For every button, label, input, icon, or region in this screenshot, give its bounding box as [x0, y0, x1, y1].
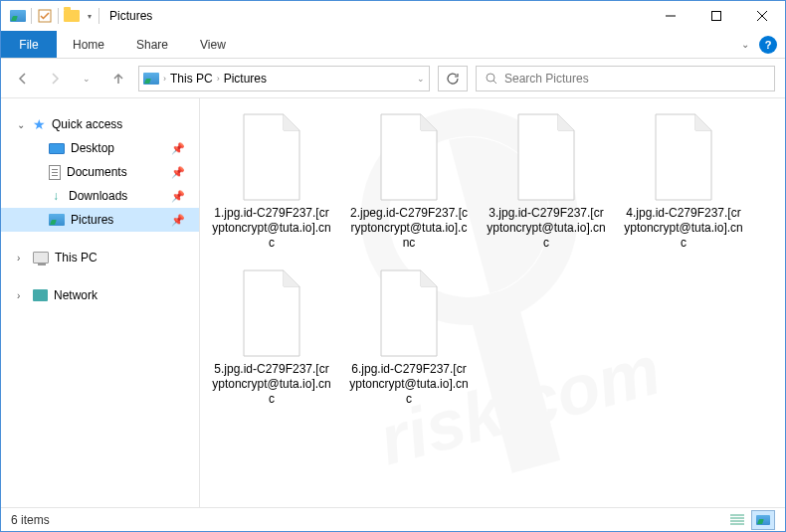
network-icon [33, 289, 48, 301]
tab-home[interactable]: Home [57, 31, 120, 58]
search-icon [485, 72, 498, 86]
pc-icon [33, 252, 49, 264]
tab-share[interactable]: Share [120, 31, 184, 58]
file-pane[interactable]: risk.com 1.jpg.id-C279F237.[cryptoncrypt… [200, 98, 785, 507]
breadcrumb-thispc[interactable]: This PC [170, 72, 213, 86]
file-item[interactable]: 3.jpg.id-C279F237.[cryptoncrypt@tuta.io]… [487, 112, 606, 251]
address-bar[interactable]: › This PC › Pictures ⌄ [138, 66, 430, 91]
folder-icon[interactable] [61, 5, 83, 27]
pin-icon: 📌 [171, 166, 185, 179]
chevron-down-icon[interactable]: ⌄ [17, 119, 27, 130]
properties-icon[interactable] [34, 5, 56, 27]
file-icon [373, 112, 445, 202]
separator [58, 8, 59, 24]
window-title: Pictures [109, 9, 152, 23]
sidebar-item-documents[interactable]: Documents 📌 [1, 160, 199, 184]
desktop-icon [49, 143, 65, 154]
qat-dropdown-icon[interactable]: ▾ [83, 5, 97, 27]
sidebar-network[interactable]: › Network [1, 283, 199, 307]
icons-view-button[interactable] [751, 510, 775, 530]
sidebar-label: Quick access [52, 117, 122, 131]
pictures-icon [49, 214, 65, 226]
forward-button[interactable] [43, 67, 67, 90]
separator [31, 8, 32, 24]
chevron-right-icon[interactable]: › [163, 74, 166, 84]
svg-point-2 [487, 74, 494, 82]
ribbon-expand-icon[interactable]: ⌄ [741, 39, 749, 50]
file-icon [236, 268, 307, 358]
status-count: 6 items [11, 513, 50, 527]
chevron-right-icon[interactable]: › [17, 253, 27, 264]
statusbar: 6 items [1, 507, 785, 531]
pin-icon: 📌 [171, 214, 185, 227]
file-item[interactable]: 6.jpg.id-C279F237.[cryptoncrypt@tuta.io]… [349, 268, 469, 407]
separator [98, 8, 99, 24]
pin-icon: 📌 [171, 190, 185, 203]
sidebar-quick-access[interactable]: ⌄ ★ Quick access [1, 112, 199, 136]
titlebar: ▾ Pictures [1, 1, 785, 31]
file-icon [648, 112, 719, 202]
search-input[interactable]: Search Pictures [476, 66, 775, 91]
sidebar-item-desktop[interactable]: Desktop 📌 [1, 136, 199, 160]
chevron-right-icon[interactable]: › [217, 74, 220, 84]
svg-rect-1 [712, 12, 721, 21]
location-icon [143, 73, 159, 85]
pin-icon: 📌 [171, 142, 185, 155]
tab-view[interactable]: View [184, 31, 242, 58]
sidebar-item-downloads[interactable]: ↓Downloads 📌 [1, 184, 199, 208]
sidebar: ⌄ ★ Quick access Desktop 📌 Documents 📌 ↓… [1, 98, 200, 507]
file-item[interactable]: 5.jpg.id-C279F237.[cryptoncrypt@tuta.io]… [212, 268, 331, 407]
file-icon [373, 268, 445, 358]
up-button[interactable] [106, 67, 130, 90]
minimize-button[interactable] [648, 1, 693, 31]
quick-access-toolbar: ▾ [7, 5, 101, 27]
close-button[interactable] [739, 1, 785, 31]
file-label: 6.jpg.id-C279F237.[cryptoncrypt@tuta.io]… [349, 362, 469, 407]
file-icon [236, 112, 307, 202]
file-icon [510, 112, 582, 202]
file-label: 3.jpg.id-C279F237.[cryptoncrypt@tuta.io]… [487, 206, 606, 251]
sidebar-this-pc[interactable]: › This PC [1, 246, 199, 269]
file-label: 5.jpg.id-C279F237.[cryptoncrypt@tuta.io]… [212, 362, 331, 407]
help-icon[interactable]: ? [759, 36, 777, 54]
file-tab[interactable]: File [1, 31, 57, 58]
star-icon: ★ [33, 116, 46, 132]
search-placeholder: Search Pictures [504, 72, 589, 86]
file-label: 2.jpeg.id-C279F237.[cryptoncrypt@tuta.io… [349, 206, 469, 251]
back-button[interactable] [11, 67, 35, 90]
navbar: ⌄ › This PC › Pictures ⌄ Search Pictures [1, 59, 785, 98]
downloads-icon: ↓ [49, 189, 63, 203]
refresh-button[interactable] [438, 66, 468, 91]
address-dropdown-icon[interactable]: ⌄ [417, 74, 425, 84]
app-icon [7, 5, 29, 27]
maximize-button[interactable] [693, 1, 739, 31]
details-view-button[interactable] [725, 510, 749, 530]
file-label: 1.jpg.id-C279F237.[cryptoncrypt@tuta.io]… [212, 206, 331, 251]
recent-dropdown-icon[interactable]: ⌄ [75, 67, 98, 90]
file-label: 4.jpg.id-C279F237.[cryptoncrypt@tuta.io]… [624, 206, 743, 251]
sidebar-item-pictures[interactable]: Pictures 📌 [1, 208, 199, 232]
file-item[interactable]: 4.jpg.id-C279F237.[cryptoncrypt@tuta.io]… [624, 112, 743, 251]
file-item[interactable]: 2.jpeg.id-C279F237.[cryptoncrypt@tuta.io… [349, 112, 469, 251]
chevron-right-icon[interactable]: › [17, 290, 27, 301]
breadcrumb-pictures[interactable]: Pictures [224, 72, 267, 86]
document-icon [49, 165, 61, 180]
file-item[interactable]: 1.jpg.id-C279F237.[cryptoncrypt@tuta.io]… [212, 112, 331, 251]
ribbon: File Home Share View ⌄ ? [1, 31, 785, 59]
